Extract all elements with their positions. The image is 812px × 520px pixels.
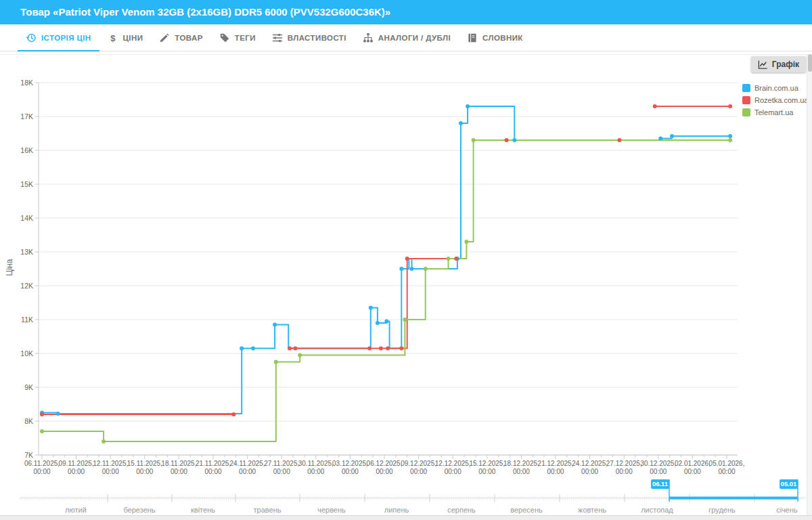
- vertical-scrollbar[interactable]: [807, 54, 812, 515]
- svg-text:00:00: 00:00: [68, 468, 85, 475]
- series-swatch: [742, 108, 750, 116]
- svg-text:00:00: 00:00: [171, 468, 187, 475]
- chart-line-icon: [758, 60, 768, 70]
- svg-text:21.12.2025,: 21.12.2025,: [538, 460, 574, 467]
- tab-label: ТЕГИ: [235, 34, 256, 42]
- legend-item[interactable]: Telemart.ua: [742, 106, 808, 118]
- svg-text:10K: 10K: [20, 349, 33, 358]
- price-history-chart[interactable]: 7K8K9K10K11K12K13K14K15K16K17K18K06.11.2…: [0, 0, 812, 520]
- svg-text:06.11.2025,: 06.11.2025,: [24, 460, 60, 467]
- svg-text:9K: 9K: [24, 383, 33, 391]
- chart-view-button[interactable]: Графік: [751, 56, 806, 72]
- dollar-icon: $: [108, 32, 118, 43]
- svg-text:00:00: 00:00: [581, 468, 598, 475]
- tag-icon: [219, 32, 230, 43]
- series-label: Rozetka.com.ua: [754, 96, 808, 104]
- svg-text:14K: 14K: [20, 214, 33, 222]
- svg-text:00:00: 00:00: [239, 468, 256, 475]
- tab-price-history[interactable]: ІСТОРІЯ ЦІН: [18, 24, 99, 51]
- navigator-month-label: червень: [317, 506, 346, 514]
- svg-text:03.12.2025,: 03.12.2025,: [332, 460, 368, 467]
- tab-analogs-duplicates[interactable]: АНАЛОГИ / ДУБЛІ: [355, 24, 459, 51]
- navigator-month-label: серпень: [447, 506, 476, 514]
- svg-text:15K: 15K: [20, 180, 33, 188]
- tab-bar: ІСТОРІЯ ЦІН $ ЦІНИ ТОВАР ТЕГИ ВЛАСТИВОСТ…: [0, 24, 812, 51]
- navigator-start-handle[interactable]: 06.11: [651, 479, 669, 489]
- app-header: Товар «Patriot Viper Venom 32GB (2x16GB)…: [0, 0, 812, 24]
- tab-prices[interactable]: $ ЦІНИ: [99, 24, 152, 51]
- svg-text:00:00: 00:00: [33, 468, 50, 475]
- sliders-icon: [272, 32, 283, 43]
- navigator-month-label: вересень: [510, 506, 543, 514]
- svg-text:00:00: 00:00: [410, 468, 427, 475]
- series-label: Brain.com.ua: [754, 84, 798, 92]
- y-axis-title: Ціна: [5, 247, 14, 288]
- svg-text:00:00: 00:00: [342, 468, 359, 475]
- svg-text:15.11.2025,: 15.11.2025,: [127, 460, 162, 467]
- navigator-end-handle[interactable]: 05.01: [780, 479, 798, 489]
- tab-label: АНАЛОГИ / ДУБЛІ: [378, 34, 451, 42]
- navigator-month-label: липень: [384, 506, 409, 514]
- tab-properties[interactable]: ВЛАСТИВОСТІ: [264, 24, 355, 51]
- svg-text:00:00: 00:00: [445, 468, 461, 475]
- svg-text:18.12.2025,: 18.12.2025,: [503, 460, 539, 467]
- series-swatch: [742, 96, 750, 104]
- svg-text:7K: 7K: [24, 451, 33, 459]
- history-icon: [26, 32, 37, 43]
- legend-item[interactable]: Rozetka.com.ua: [742, 94, 808, 106]
- svg-text:30.12.2025,: 30.12.2025,: [640, 460, 676, 467]
- legend-item[interactable]: Brain.com.ua: [742, 82, 808, 94]
- tab-label: ВЛАСТИВОСТІ: [288, 34, 346, 42]
- svg-text:$: $: [110, 32, 116, 43]
- tab-label: ІСТОРІЯ ЦІН: [41, 34, 91, 42]
- svg-text:00:00: 00:00: [376, 468, 392, 475]
- svg-text:27.12.2025,: 27.12.2025,: [606, 460, 642, 467]
- tab-product[interactable]: ТОВАР: [151, 24, 210, 51]
- navigator-months: лютийберезеньквітеньтравеньчервеньлипень…: [0, 0, 812, 520]
- svg-text:12.12.2025,: 12.12.2025,: [435, 460, 471, 467]
- tab-dictionary[interactable]: СЛОВНИК: [459, 24, 531, 51]
- page-title: Товар «Patriot Viper Venom 32GB (2x16GB)…: [0, 0, 812, 24]
- svg-text:00:00: 00:00: [478, 468, 495, 475]
- svg-text:00:00: 00:00: [547, 468, 564, 475]
- chart-button-label: Графік: [772, 60, 799, 69]
- navigator-month-label: травень: [254, 506, 281, 514]
- svg-text:00:00: 00:00: [273, 468, 290, 475]
- svg-text:00:00: 00:00: [650, 468, 667, 475]
- svg-text:00:00: 00:00: [718, 468, 735, 475]
- navigator-month-label: лютий: [65, 506, 87, 514]
- svg-text:24.11.2025,: 24.11.2025,: [230, 460, 265, 467]
- svg-text:00:00: 00:00: [513, 468, 530, 475]
- svg-text:11K: 11K: [21, 316, 33, 324]
- svg-text:13K: 13K: [20, 248, 33, 256]
- navigator-selected-range[interactable]: [669, 495, 798, 501]
- svg-text:16K: 16K: [20, 146, 33, 154]
- navigator-month-label: грудень: [708, 506, 735, 514]
- series-label: Telemart.ua: [754, 108, 793, 116]
- svg-text:00:00: 00:00: [684, 468, 701, 475]
- navigator-month-label: березень: [123, 506, 155, 514]
- svg-text:00:00: 00:00: [204, 468, 221, 475]
- chart-legend: Brain.com.ua Rozetka.com.ua Telemart.ua: [742, 82, 808, 118]
- navigator-month-label: листопад: [641, 506, 673, 514]
- svg-text:12.11.2025,: 12.11.2025,: [93, 460, 128, 467]
- svg-text:09.11.2025,: 09.11.2025,: [59, 460, 94, 467]
- navigator-month-label: квітень: [191, 506, 215, 514]
- pencil-icon: [159, 32, 170, 43]
- tab-label: СЛОВНИК: [482, 34, 523, 42]
- tab-label: ЦІНИ: [123, 34, 143, 42]
- svg-text:12K: 12K: [20, 282, 33, 290]
- navigator-month-label: жовтень: [578, 506, 606, 514]
- svg-text:18.11.2025,: 18.11.2025,: [161, 460, 196, 467]
- tab-tags[interactable]: ТЕГИ: [211, 24, 264, 51]
- navigator-month-label: січень: [776, 506, 798, 514]
- svg-text:00:00: 00:00: [102, 468, 119, 475]
- book-icon: [467, 32, 478, 43]
- scrollbar-thumb[interactable]: [808, 54, 812, 72]
- svg-text:24.12.2025,: 24.12.2025,: [572, 460, 608, 467]
- hierarchy-icon: [363, 32, 374, 43]
- bottom-scroll-strip[interactable]: [0, 515, 812, 520]
- svg-text:06.12.2025,: 06.12.2025,: [367, 460, 403, 467]
- svg-text:8K: 8K: [24, 417, 33, 425]
- svg-text:21.11.2025,: 21.11.2025,: [196, 460, 231, 467]
